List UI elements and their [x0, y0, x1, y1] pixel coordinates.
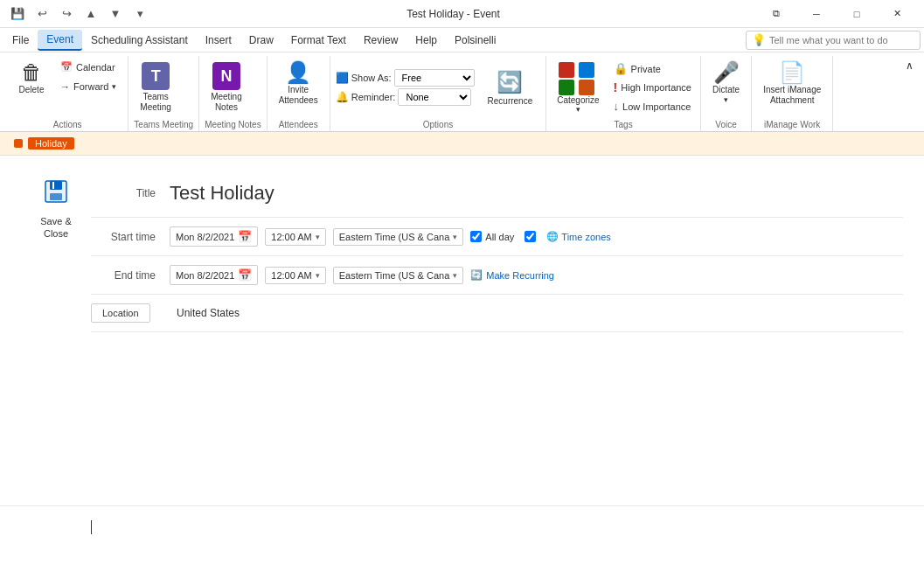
end-time-text: 12:00 AM	[271, 270, 311, 281]
allday-label[interactable]: All day	[470, 231, 514, 242]
menu-draw[interactable]: Draw	[240, 31, 282, 50]
meeting-notes-button[interactable]: N MeetingNotes	[205, 58, 248, 117]
show-as-icon: 🟦	[336, 72, 349, 84]
ribbon-section-attendees: 👤 InviteAttendees Attendees	[267, 56, 330, 131]
menu-scheduling[interactable]: Scheduling Assistant	[82, 31, 197, 50]
svg-rect-2	[50, 193, 62, 200]
upload-btn[interactable]: ▲	[80, 3, 101, 24]
high-importance-label: High Importance	[621, 82, 691, 93]
high-importance-tag[interactable]: ! High Importance	[610, 79, 695, 96]
insert-imanage-button[interactable]: 📄 Insert iManageAttachment	[757, 58, 827, 110]
teams-buttons: T TeamsMeeting	[134, 58, 193, 117]
start-tz-arrow: ▾	[453, 233, 457, 241]
ribbon: 🗑 Delete 📅 Calendar → Forward ▾ Actions	[0, 52, 924, 132]
invite-attendees-button[interactable]: 👤 InviteAttendees	[273, 58, 324, 110]
ribbon-section-options: 🟦 Show As: Free Busy Tentative Out of Of…	[330, 56, 547, 131]
search-input[interactable]	[769, 35, 914, 45]
forward-dropdown-icon: ▾	[112, 82, 116, 91]
categorize-grid	[559, 62, 597, 95]
actions-section-label: Actions	[12, 117, 122, 129]
teams-section-label: Teams Meeting	[134, 117, 193, 129]
globe-icon: 🌐	[546, 231, 559, 242]
quick-access-toolbar: 💾 ↩ ↪ ▲ ▼ ▾	[7, 3, 150, 24]
calendar-label: Calendar	[76, 62, 115, 73]
close-btn[interactable]: ✕	[877, 0, 917, 28]
private-tag[interactable]: 🔒 Private	[610, 60, 695, 77]
menu-format-text[interactable]: Format Text	[282, 31, 355, 50]
end-date-calendar-icon: 📅	[238, 268, 252, 282]
qa-dropdown-btn[interactable]: ▾	[129, 3, 150, 24]
undo-btn[interactable]: ↩	[31, 3, 52, 24]
save-qa-btn[interactable]: 💾	[7, 3, 28, 24]
calendar-button[interactable]: 📅 Calendar	[54, 58, 122, 76]
menu-insert[interactable]: Insert	[197, 31, 240, 50]
high-importance-icon: !	[614, 80, 618, 94]
reminder-row: 🔔 Reminder: None 5 minutes 15 minutes 1 …	[336, 88, 475, 106]
menu-event[interactable]: Event	[38, 30, 82, 51]
save-close-button[interactable]: Save &Close	[32, 170, 79, 248]
restore-btn[interactable]: ⧉	[756, 0, 796, 28]
forward-label: Forward	[73, 81, 108, 92]
reminder-select[interactable]: None 5 minutes 15 minutes 1 hour	[398, 88, 471, 106]
show-as-select[interactable]: Free Busy Tentative Out of Office	[394, 69, 475, 87]
ribbon-search[interactable]: 💡	[746, 31, 921, 50]
title-row: Title	[91, 170, 903, 218]
recurrence-button[interactable]: 🔄 Recurrence	[480, 66, 541, 110]
private-label: Private	[631, 64, 661, 74]
reminder-icon: 🔔	[336, 91, 349, 103]
ribbon-section-notes: N MeetingNotes Meeting Notes	[199, 56, 267, 131]
start-timezone-select[interactable]: Eastern Time (US & Cana ▾	[333, 228, 464, 246]
download-btn[interactable]: ▼	[105, 3, 126, 24]
location-button[interactable]: Location	[91, 303, 150, 323]
timezones-checkbox[interactable]	[525, 231, 536, 242]
menu-file[interactable]: File	[3, 31, 38, 50]
start-time-row: Start time Mon 8/2/2021 📅 12:00 AM ▾ Eas…	[91, 218, 903, 256]
low-importance-label: Low Importance	[622, 101, 691, 112]
start-date-calendar-icon: 📅	[238, 230, 252, 243]
imanage-label: Insert iManageAttachment	[763, 85, 821, 106]
delete-button[interactable]: 🗑 Delete	[12, 58, 51, 100]
title-value	[170, 178, 903, 208]
forward-button[interactable]: → Forward ▾	[54, 78, 122, 95]
invite-label: InviteAttendees	[279, 85, 318, 106]
ribbon-section-voice: 🎤 Dictate ▾ Voice	[701, 56, 752, 131]
time-zones-link[interactable]: 🌐 Time zones	[546, 231, 610, 242]
start-time-select[interactable]: 12:00 AM ▾	[265, 228, 325, 246]
allday-text: All day	[485, 232, 514, 242]
main-content: Save &Close Title Start time Mon 8/2/202…	[0, 156, 924, 505]
timezones-link-text: Time zones	[561, 232, 610, 242]
timezones-checkbox-label[interactable]	[525, 231, 536, 242]
start-time-value: Mon 8/2/2021 📅 12:00 AM ▾ Eastern Time (…	[170, 226, 903, 247]
end-datetime-row: Mon 8/2/2021 📅 12:00 AM ▾ Eastern Time (…	[170, 265, 903, 285]
maximize-btn[interactable]: □	[837, 0, 877, 28]
location-label-cell: Location	[91, 303, 170, 323]
tags-content: Categorize ▾ 🔒 Private ! High Importance…	[552, 58, 695, 117]
categorize-label: Categorize	[557, 95, 599, 105]
menu-review[interactable]: Review	[355, 31, 406, 50]
teams-meeting-button[interactable]: T TeamsMeeting	[134, 58, 177, 117]
title-input[interactable]	[170, 178, 903, 208]
menu-polsinelli[interactable]: Polsinelli	[446, 31, 504, 50]
title-bar: 💾 ↩ ↪ ▲ ▼ ▾ Test Holiday - Event ⧉ ─ □ ✕	[0, 0, 924, 28]
make-recurring-link[interactable]: 🔄 Make Recurring	[470, 269, 554, 281]
end-date-input[interactable]: Mon 8/2/2021 📅	[170, 265, 258, 285]
svg-rect-3	[52, 182, 54, 189]
ribbon-collapse[interactable]: ∧	[902, 56, 917, 75]
end-time-select[interactable]: 12:00 AM ▾	[265, 267, 325, 284]
dictate-button[interactable]: 🎤 Dictate ▾	[706, 58, 746, 108]
allday-checkbox[interactable]	[470, 231, 482, 242]
end-tz-arrow: ▾	[453, 271, 457, 280]
holiday-bar: Holiday	[0, 132, 924, 156]
low-importance-tag[interactable]: ↓ Low Importance	[610, 98, 695, 115]
cat-block-4	[579, 80, 594, 95]
end-timezone-select[interactable]: Eastern Time (US & Cana ▾	[333, 267, 464, 284]
minimize-btn[interactable]: ─	[796, 0, 837, 28]
end-time-value: Mon 8/2/2021 📅 12:00 AM ▾ Eastern Time (…	[170, 265, 903, 285]
body-area[interactable]	[0, 505, 924, 564]
categorize-button[interactable]: Categorize ▾	[552, 59, 604, 117]
redo-btn[interactable]: ↪	[56, 3, 77, 24]
show-as-row: 🟦 Show As: Free Busy Tentative Out of Of…	[336, 69, 475, 87]
start-date-input[interactable]: Mon 8/2/2021 📅	[170, 226, 258, 247]
menu-help[interactable]: Help	[406, 31, 446, 50]
end-time-arrow: ▾	[316, 271, 320, 280]
